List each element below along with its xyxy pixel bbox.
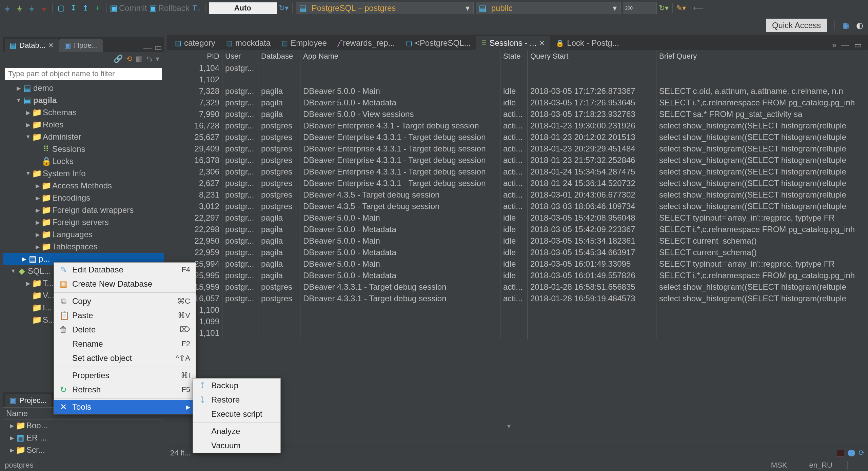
ctx-properties[interactable]: Properties⌘I (54, 368, 196, 383)
table-row[interactable]: 1,104postgr... (167, 62, 868, 74)
table-row[interactable]: 22,298postgr...pagilaDBeaver 5.0.0 - Met… (167, 224, 868, 235)
tab-database-navigator[interactable]: ▤ Datab... ✕ (5, 39, 59, 52)
col-user[interactable]: User (222, 50, 258, 62)
col-state[interactable]: State (500, 50, 528, 62)
footer-pane-icon[interactable] (848, 450, 855, 456)
tree-item-languages[interactable]: ▶📁Languages (3, 228, 164, 241)
table-row[interactable]: 2,306postgr...postgresDBeaver Enterprise… (167, 166, 868, 178)
show-list-icon[interactable]: » (832, 40, 836, 50)
tx-icon[interactable]: ↧ (68, 3, 78, 13)
sql-editor-icon[interactable]: ▢ (56, 3, 66, 13)
table-row[interactable]: 16,378postgr...postgresDBeaver Enterpris… (167, 155, 868, 166)
table-row[interactable]: 22,959postgr...pagilaDBeaver 5.0.0 - Met… (167, 247, 868, 258)
col-database[interactable]: Database (258, 50, 300, 62)
layout-icon[interactable]: ▥ (136, 55, 143, 63)
footer-refresh-icon[interactable]: ⟳ (859, 449, 865, 457)
tree-item-fdw[interactable]: ▶📁Foreign data wrappers (3, 204, 164, 216)
view-menu-icon[interactable]: ▾ (156, 55, 159, 63)
editor-tab[interactable]: ▤category (170, 36, 221, 50)
history-icon[interactable]: ↻▾ (279, 3, 289, 13)
rollback-button[interactable]: ▣Rollback (149, 3, 190, 13)
editor-tab[interactable]: ▤Employee (276, 36, 332, 50)
tree-item-fservers[interactable]: ▶📁Foreign servers (3, 216, 164, 228)
editor-tab[interactable]: 🔒Lock - Postg... (550, 36, 624, 50)
tab-projects[interactable]: ▣ Прое... (59, 39, 103, 52)
back-icon[interactable]: ⟵ (693, 3, 704, 13)
ctx-create-database[interactable]: ▦Create New Database (54, 277, 196, 291)
perspective-debug-icon[interactable]: ◐ (856, 21, 863, 30)
close-icon[interactable]: ✕ (539, 39, 545, 47)
table-row[interactable]: 22,297postgr...pagilaDBeaver 5.0.0 - Mai… (167, 212, 868, 224)
tree-filter-input[interactable] (5, 68, 162, 80)
tree-item-sysinfo[interactable]: ▼📁System Info (3, 167, 164, 180)
ctx-edit-database[interactable]: ✎Edit DatabaseF4 (54, 263, 196, 277)
editor-tab[interactable]: 𝑓rewards_rep... (332, 36, 400, 50)
project-item-scripts[interactable]: ▶📁Scr... (3, 444, 164, 456)
ctx-refresh[interactable]: ↻RefreshF5 (54, 383, 196, 397)
close-icon[interactable]: ✕ (48, 41, 54, 49)
editor-tab[interactable]: ⠿Sessions - ...✕ (476, 36, 550, 50)
table-row[interactable]: 1,102 (167, 74, 868, 85)
table-row[interactable]: 15,959postgr...postgresDBeaver 4.3.3.1 -… (167, 281, 868, 293)
table-row[interactable]: 7,990postgr...pagilaDBeaver 5.0.0 - View… (167, 108, 868, 120)
submenu-analyze[interactable]: Analyze (193, 424, 280, 438)
maximize-icon[interactable]: ▭ (154, 43, 162, 52)
minimize-icon[interactable]: — (143, 43, 152, 52)
table-row[interactable]: 2,627postgr...postgresDBeaver Enterprise… (167, 178, 868, 189)
tree-item-schemas[interactable]: ▶📁Schemas (3, 106, 164, 119)
col-app-name[interactable]: App Name (300, 50, 500, 62)
table-row[interactable]: 1,099 (167, 316, 868, 327)
project-item-erd[interactable]: ▶▦ER ... (3, 432, 164, 444)
table-row[interactable]: 3,012postgr...postgresDBeaver 4.3.5 - Ta… (167, 201, 868, 212)
plug-blue-icon[interactable]: ⏚ (2, 3, 12, 13)
submenu-vacuum[interactable]: Vacuum (193, 438, 280, 453)
quick-access-button[interactable]: Quick Access (766, 19, 827, 32)
tree-item-pagila[interactable]: ▼▤pagila (3, 94, 164, 106)
row-limit-input[interactable] (623, 2, 657, 14)
highlighter-icon[interactable]: ✎▾ (676, 3, 686, 13)
ctx-copy[interactable]: ⧉Copy⌘C (54, 294, 196, 308)
tree-item-tablespaces[interactable]: ▶📁Tablespaces (3, 241, 164, 253)
tx-add-icon[interactable]: + (93, 3, 103, 13)
submenu-backup[interactable]: ⤴Backup (193, 378, 280, 393)
ctx-paste[interactable]: 📋Paste⌘V (54, 308, 196, 323)
perspective-dbeaver-icon[interactable]: ▦ (842, 21, 850, 30)
maximize-icon[interactable]: ▭ (854, 40, 862, 50)
minimize-icon[interactable]: — (841, 40, 849, 50)
tx-icon-2[interactable]: ↥ (80, 3, 91, 13)
table-row[interactable]: 29,409postgr...postgresDBeaver Enterpris… (167, 143, 868, 155)
editor-tab[interactable]: ▢<PostgreSQL... (400, 36, 476, 50)
table-row[interactable]: 7,328postgr...pagilaDBeaver 5.0.0 - Main… (167, 85, 868, 97)
submenu-execute-script[interactable]: Execute script (193, 407, 280, 421)
table-row[interactable]: 8,231postgr...postgresDBeaver 4.3.5 - Ta… (167, 189, 868, 201)
editor-tab[interactable]: ▤mockdata (221, 36, 276, 50)
commit-button[interactable]: ▣Commit (110, 3, 147, 13)
col-query-start[interactable]: Query Start (528, 50, 656, 62)
project-item-bookmarks[interactable]: ▶📁Boo... (3, 419, 164, 432)
table-row[interactable]: 16,057postgr...postgresDBeaver 4.3.3.1 -… (167, 293, 868, 304)
table-row[interactable]: 1,101 (167, 327, 868, 339)
tx-mode-icon[interactable]: T↓ (192, 3, 202, 13)
col-pid[interactable]: PID (167, 50, 222, 62)
link-icon[interactable]: 🔗 (114, 55, 123, 63)
tree-item-encodings[interactable]: ▶📁Encodings (3, 192, 164, 204)
refresh-icon[interactable]: ↻▾ (659, 3, 669, 13)
table-row[interactable]: 1,100 (167, 304, 868, 316)
tree-item-roles[interactable]: ▶📁Roles (3, 119, 164, 131)
table-row[interactable]: 16,728postgr...postgresDBeaver Enterpris… (167, 120, 868, 131)
table-row[interactable]: 25,994postgr...pagilaDBeaver 5.0.0 - Mai… (167, 258, 868, 270)
ctx-rename[interactable]: RenameF2 (54, 337, 196, 351)
tree-item-access-methods[interactable]: ▶📁Access Methods (3, 180, 164, 192)
plug-teal-icon[interactable]: ⏚ (26, 3, 37, 13)
filter-arrows-icon[interactable]: ⇆ (146, 55, 152, 63)
schema-combo[interactable]: ▤ public ▾ (476, 2, 621, 14)
table-row[interactable]: 7,329postgr...pagilaDBeaver 5.0.0 - Meta… (167, 97, 868, 108)
ctx-set-active[interactable]: Set active object^⇧A (54, 351, 196, 365)
table-row[interactable]: 25,995postgr...pagilaDBeaver 5.0.0 - Met… (167, 270, 868, 281)
tree-item-locks[interactable]: 🔒Locks (3, 155, 164, 167)
submenu-restore[interactable]: ⤵Restore (193, 393, 280, 407)
datasource-combo[interactable]: ▤ PostgreSQL – postgres ▾ (296, 2, 474, 14)
tree-item-administer[interactable]: ▼📁Administer (3, 131, 164, 143)
collapse-icon[interactable]: ⟲ (126, 55, 132, 63)
footer-pane-stop-icon[interactable] (837, 450, 844, 456)
